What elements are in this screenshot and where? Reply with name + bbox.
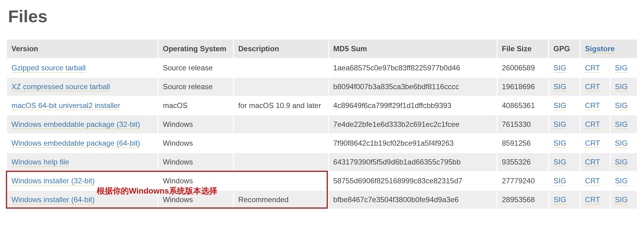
filesize-cell: 8591256 [498, 134, 548, 152]
gpg-sig-link[interactable]: SIG [553, 64, 566, 73]
filesize-cell: 9355326 [498, 153, 548, 171]
version-link[interactable]: Gzipped source tarball [11, 64, 86, 73]
os-cell: Windows [159, 153, 233, 171]
filesize-cell: 26006589 [498, 59, 548, 77]
description-cell: Recommended [234, 191, 328, 209]
table-row: Gzipped source tarballSource release1aea… [7, 59, 637, 77]
description-cell [234, 153, 328, 171]
version-link[interactable]: Windows installer (64-bit) [11, 195, 95, 204]
version-link[interactable]: XZ compressed source tarball [11, 82, 110, 91]
table-row: XZ compressed source tarballSource relea… [7, 78, 637, 96]
version-link[interactable]: Windows help file [11, 158, 69, 167]
sigstore-crt-link[interactable]: CRT [585, 195, 600, 204]
filesize-cell: 28953568 [498, 191, 548, 209]
table-row: Windows installer (64-bit)WindowsRecomme… [7, 191, 637, 209]
md5-cell: bfbe8467c7e3504f3800b0fe94d9a3e6 [329, 191, 497, 209]
gpg-sig-link[interactable]: SIG [553, 139, 566, 148]
sigstore-sig-link[interactable]: SIG [615, 82, 628, 91]
md5-cell: 58755d6906f825168999c83ce82315d7 [329, 172, 497, 190]
filesize-cell: 27779240 [498, 172, 548, 190]
table-row: macOS 64-bit universal2 installermacOSfo… [7, 97, 637, 115]
os-cell: macOS [159, 97, 233, 115]
sigstore-crt-link[interactable]: CRT [585, 82, 600, 91]
table-row: Windows installer (32-bit)Windows58755d6… [7, 172, 637, 190]
os-cell: Source release [159, 78, 233, 96]
md5-cell: 7e4de22bfe1e6d333b2c691ec2c1fcee [329, 115, 497, 133]
md5-cell: 1aea68575c0e97bc83ff8225977b0d46 [329, 59, 497, 77]
gpg-sig-link[interactable]: SIG [553, 101, 566, 110]
col-header-description: Description [234, 40, 328, 58]
description-cell [234, 134, 328, 152]
sigstore-crt-link[interactable]: CRT [585, 120, 600, 129]
description-cell [234, 78, 328, 96]
table-row: Windows embeddable package (64-bit)Windo… [7, 134, 637, 152]
files-table: Version Operating System Description MD5… [6, 39, 638, 210]
sigstore-sig-link[interactable]: SIG [615, 177, 628, 186]
filesize-cell: 19618696 [498, 78, 548, 96]
sigstore-header-link[interactable]: Sigstore [585, 44, 615, 53]
gpg-sig-link[interactable]: SIG [553, 177, 566, 186]
version-link[interactable]: Windows embeddable package (64-bit) [11, 139, 140, 148]
col-header-sigstore: Sigstore [581, 40, 637, 58]
table-row: Windows embeddable package (32-bit)Windo… [7, 115, 637, 133]
sigstore-sig-link[interactable]: SIG [615, 195, 628, 204]
md5-cell: 643179390f5f5d9d6b1ad66355c795bb [329, 153, 497, 171]
col-header-version: Version [7, 40, 158, 58]
sigstore-sig-link[interactable]: SIG [615, 120, 628, 129]
sigstore-sig-link[interactable]: SIG [615, 101, 628, 110]
gpg-sig-link[interactable]: SIG [553, 195, 566, 204]
os-cell: Windows [159, 191, 233, 209]
description-cell: for macOS 10.9 and later [234, 97, 328, 115]
col-header-md5: MD5 Sum [329, 40, 497, 58]
description-cell [234, 115, 328, 133]
filesize-cell: 7615330 [498, 115, 548, 133]
os-cell: Windows [159, 115, 233, 133]
gpg-sig-link[interactable]: SIG [553, 120, 566, 129]
md5-cell: 7f90f8642c1b19cf02bce91a5f4f9263 [329, 134, 497, 152]
sigstore-crt-link[interactable]: CRT [585, 177, 600, 186]
sigstore-crt-link[interactable]: CRT [585, 101, 600, 110]
description-cell [234, 172, 328, 190]
os-cell: Windows [159, 172, 233, 190]
sigstore-crt-link[interactable]: CRT [585, 139, 600, 148]
sigstore-sig-link[interactable]: SIG [615, 139, 628, 148]
gpg-sig-link[interactable]: SIG [553, 158, 566, 167]
page-title: Files [8, 6, 638, 26]
sigstore-sig-link[interactable]: SIG [615, 158, 628, 167]
sigstore-crt-link[interactable]: CRT [585, 64, 600, 73]
col-header-filesize: File Size [498, 40, 548, 58]
gpg-sig-link[interactable]: SIG [553, 82, 566, 91]
table-row: Windows help fileWindows643179390f5f5d9d… [7, 153, 637, 171]
os-cell: Source release [159, 59, 233, 77]
sigstore-crt-link[interactable]: CRT [585, 158, 600, 167]
os-cell: Windows [159, 134, 233, 152]
md5-cell: 4c89649f6ca799ff29f1d1dffcbb9393 [329, 97, 497, 115]
col-header-gpg: GPG [549, 40, 580, 58]
col-header-os: Operating System [159, 40, 233, 58]
md5-cell: b8094f007b3a835ca3be6bdf8116cccc [329, 78, 497, 96]
version-link[interactable]: Windows installer (32-bit) [11, 177, 95, 186]
version-link[interactable]: macOS 64-bit universal2 installer [11, 101, 120, 110]
description-cell [234, 59, 328, 77]
sigstore-sig-link[interactable]: SIG [615, 64, 628, 73]
filesize-cell: 40865361 [498, 97, 548, 115]
version-link[interactable]: Windows embeddable package (32-bit) [11, 120, 140, 129]
